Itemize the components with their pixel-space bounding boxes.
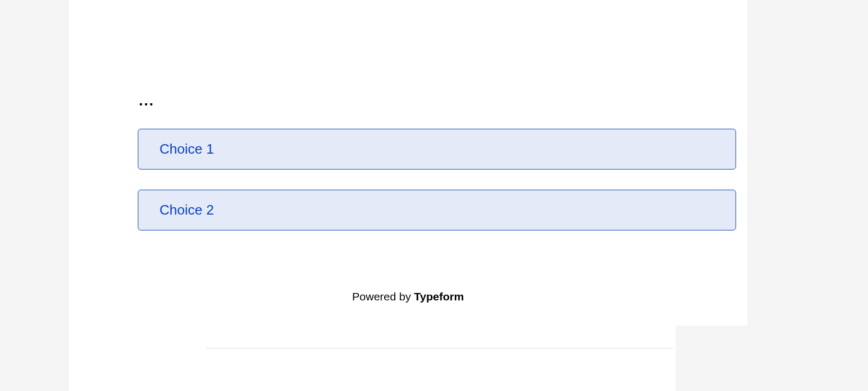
powered-by-footer[interactable]: Powered by Typeform <box>69 290 747 303</box>
choice-option-1[interactable]: Choice 1 <box>138 129 736 170</box>
page-container: ... Choice 1 Choice 2 Powered by Typefor… <box>69 0 676 391</box>
choice-option-2[interactable]: Choice 2 <box>138 190 736 230</box>
choices-list: Choice 1 Choice 2 <box>138 129 736 251</box>
footer-brand: Typeform <box>414 290 464 303</box>
footer-prefix: Powered by <box>352 290 414 303</box>
question-label: ... <box>139 92 154 109</box>
choice-label: Choice 2 <box>160 202 214 218</box>
form-embed: ... Choice 1 Choice 2 Powered by Typefor… <box>69 0 747 326</box>
choice-label: Choice 1 <box>160 141 214 157</box>
section-divider-bottom <box>207 348 673 349</box>
